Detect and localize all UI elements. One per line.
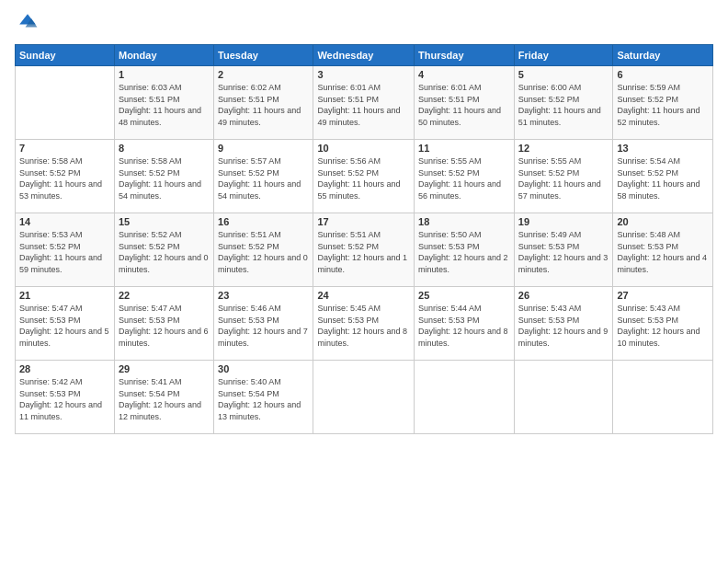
calendar-cell <box>613 361 713 434</box>
day-info: Sunrise: 5:54 AM Sunset: 5:52 PM Dayligh… <box>617 155 709 201</box>
calendar-cell: 30 Sunrise: 5:40 AM Sunset: 5:54 PM Dayl… <box>214 361 313 434</box>
day-info: Sunrise: 5:57 AM Sunset: 5:52 PM Dayligh… <box>218 155 309 201</box>
day-number: 8 <box>119 143 210 154</box>
calendar-cell: 6 Sunrise: 5:59 AM Sunset: 5:52 PM Dayli… <box>613 66 713 140</box>
calendar-cell: 13 Sunrise: 5:54 AM Sunset: 5:52 PM Dayl… <box>613 140 713 213</box>
day-number: 10 <box>317 143 410 154</box>
day-info: Sunrise: 6:00 AM Sunset: 5:52 PM Dayligh… <box>518 82 609 128</box>
calendar-cell: 14 Sunrise: 5:53 AM Sunset: 5:52 PM Dayl… <box>16 213 115 287</box>
calendar-cell: 10 Sunrise: 5:56 AM Sunset: 5:52 PM Dayl… <box>313 140 415 213</box>
day-number: 11 <box>418 143 510 154</box>
weekday-header-friday: Friday <box>514 45 613 66</box>
calendar-cell <box>313 361 415 434</box>
day-number: 28 <box>19 363 110 374</box>
calendar-cell: 16 Sunrise: 5:51 AM Sunset: 5:52 PM Dayl… <box>214 213 313 287</box>
weekday-header-sunday: Sunday <box>16 45 115 66</box>
day-number: 7 <box>19 143 110 154</box>
day-info: Sunrise: 5:58 AM Sunset: 5:52 PM Dayligh… <box>19 155 110 201</box>
calendar-cell: 24 Sunrise: 5:45 AM Sunset: 5:53 PM Dayl… <box>313 287 415 361</box>
calendar-cell: 4 Sunrise: 6:01 AM Sunset: 5:51 PM Dayli… <box>415 66 515 140</box>
day-number: 3 <box>317 69 410 80</box>
day-number: 15 <box>119 216 210 227</box>
weekday-header-saturday: Saturday <box>613 45 713 66</box>
day-info: Sunrise: 5:42 AM Sunset: 5:53 PM Dayligh… <box>19 376 110 422</box>
calendar-cell: 3 Sunrise: 6:01 AM Sunset: 5:51 PM Dayli… <box>313 66 415 140</box>
weekday-header-row: SundayMondayTuesdayWednesdayThursdayFrid… <box>16 45 713 66</box>
day-info: Sunrise: 5:47 AM Sunset: 5:53 PM Dayligh… <box>119 303 210 349</box>
day-number: 20 <box>617 216 709 227</box>
day-number: 17 <box>317 216 410 227</box>
calendar-cell: 26 Sunrise: 5:43 AM Sunset: 5:53 PM Dayl… <box>514 287 613 361</box>
calendar-cell: 8 Sunrise: 5:58 AM Sunset: 5:52 PM Dayli… <box>114 140 213 213</box>
day-info: Sunrise: 5:55 AM Sunset: 5:52 PM Dayligh… <box>418 155 510 201</box>
day-number: 25 <box>418 290 510 301</box>
calendar-cell: 23 Sunrise: 5:46 AM Sunset: 5:53 PM Dayl… <box>214 287 313 361</box>
calendar-week-row: 21 Sunrise: 5:47 AM Sunset: 5:53 PM Dayl… <box>16 287 713 361</box>
calendar-week-row: 28 Sunrise: 5:42 AM Sunset: 5:53 PM Dayl… <box>16 361 713 434</box>
calendar-cell: 27 Sunrise: 5:43 AM Sunset: 5:53 PM Dayl… <box>613 287 713 361</box>
calendar-cell: 28 Sunrise: 5:42 AM Sunset: 5:53 PM Dayl… <box>16 361 115 434</box>
day-number: 19 <box>518 216 609 227</box>
calendar-cell: 12 Sunrise: 5:55 AM Sunset: 5:52 PM Dayl… <box>514 140 613 213</box>
day-info: Sunrise: 5:51 AM Sunset: 5:52 PM Dayligh… <box>218 229 309 275</box>
calendar-cell <box>514 361 613 434</box>
logo-icon <box>17 11 39 33</box>
day-number: 12 <box>518 143 609 154</box>
calendar-cell: 9 Sunrise: 5:57 AM Sunset: 5:52 PM Dayli… <box>214 140 313 213</box>
day-number: 13 <box>617 143 709 154</box>
day-number: 9 <box>218 143 309 154</box>
calendar-cell: 20 Sunrise: 5:48 AM Sunset: 5:53 PM Dayl… <box>613 213 713 287</box>
day-info: Sunrise: 5:40 AM Sunset: 5:54 PM Dayligh… <box>218 376 309 422</box>
day-info: Sunrise: 5:41 AM Sunset: 5:54 PM Dayligh… <box>119 376 210 422</box>
page: SundayMondayTuesdayWednesdayThursdayFrid… <box>0 0 728 563</box>
day-info: Sunrise: 5:58 AM Sunset: 5:52 PM Dayligh… <box>119 155 210 201</box>
calendar-week-row: 7 Sunrise: 5:58 AM Sunset: 5:52 PM Dayli… <box>16 140 713 213</box>
day-info: Sunrise: 5:56 AM Sunset: 5:52 PM Dayligh… <box>317 155 410 201</box>
day-info: Sunrise: 5:59 AM Sunset: 5:52 PM Dayligh… <box>617 82 709 128</box>
calendar-cell: 1 Sunrise: 6:03 AM Sunset: 5:51 PM Dayli… <box>114 66 213 140</box>
calendar-week-row: 1 Sunrise: 6:03 AM Sunset: 5:51 PM Dayli… <box>16 66 713 140</box>
calendar-cell: 18 Sunrise: 5:50 AM Sunset: 5:53 PM Dayl… <box>415 213 515 287</box>
weekday-header-monday: Monday <box>114 45 213 66</box>
day-info: Sunrise: 6:01 AM Sunset: 5:51 PM Dayligh… <box>418 82 510 128</box>
calendar-cell: 5 Sunrise: 6:00 AM Sunset: 5:52 PM Dayli… <box>514 66 613 140</box>
day-info: Sunrise: 5:46 AM Sunset: 5:53 PM Dayligh… <box>218 303 309 349</box>
day-number: 27 <box>617 290 709 301</box>
calendar-cell: 25 Sunrise: 5:44 AM Sunset: 5:53 PM Dayl… <box>415 287 515 361</box>
day-number: 16 <box>218 216 309 227</box>
day-number: 14 <box>19 216 110 227</box>
day-info: Sunrise: 5:50 AM Sunset: 5:53 PM Dayligh… <box>418 229 510 275</box>
day-number: 21 <box>19 290 110 301</box>
logo <box>15 11 39 37</box>
calendar-table: SundayMondayTuesdayWednesdayThursdayFrid… <box>15 44 713 434</box>
weekday-header-wednesday: Wednesday <box>313 45 415 66</box>
day-info: Sunrise: 5:53 AM Sunset: 5:52 PM Dayligh… <box>19 229 110 275</box>
day-number: 4 <box>418 69 510 80</box>
day-number: 23 <box>218 290 309 301</box>
calendar-cell <box>16 66 115 140</box>
calendar-cell <box>415 361 515 434</box>
day-number: 24 <box>317 290 410 301</box>
day-info: Sunrise: 6:03 AM Sunset: 5:51 PM Dayligh… <box>119 82 210 128</box>
day-number: 6 <box>617 69 709 80</box>
day-info: Sunrise: 5:47 AM Sunset: 5:53 PM Dayligh… <box>19 303 110 349</box>
day-number: 29 <box>119 363 210 374</box>
day-info: Sunrise: 5:44 AM Sunset: 5:53 PM Dayligh… <box>418 303 510 349</box>
day-number: 30 <box>218 363 309 374</box>
day-number: 22 <box>119 290 210 301</box>
day-info: Sunrise: 5:49 AM Sunset: 5:53 PM Dayligh… <box>518 229 609 275</box>
calendar-cell: 17 Sunrise: 5:51 AM Sunset: 5:52 PM Dayl… <box>313 213 415 287</box>
calendar-cell: 7 Sunrise: 5:58 AM Sunset: 5:52 PM Dayli… <box>16 140 115 213</box>
day-info: Sunrise: 6:02 AM Sunset: 5:51 PM Dayligh… <box>218 82 309 128</box>
calendar-cell: 29 Sunrise: 5:41 AM Sunset: 5:54 PM Dayl… <box>114 361 213 434</box>
calendar-cell: 22 Sunrise: 5:47 AM Sunset: 5:53 PM Dayl… <box>114 287 213 361</box>
day-info: Sunrise: 5:51 AM Sunset: 5:52 PM Dayligh… <box>317 229 410 275</box>
weekday-header-thursday: Thursday <box>415 45 515 66</box>
day-number: 18 <box>418 216 510 227</box>
calendar-cell: 2 Sunrise: 6:02 AM Sunset: 5:51 PM Dayli… <box>214 66 313 140</box>
day-info: Sunrise: 5:55 AM Sunset: 5:52 PM Dayligh… <box>518 155 609 201</box>
calendar-cell: 15 Sunrise: 5:52 AM Sunset: 5:52 PM Dayl… <box>114 213 213 287</box>
day-info: Sunrise: 5:45 AM Sunset: 5:53 PM Dayligh… <box>317 303 410 349</box>
day-info: Sunrise: 5:43 AM Sunset: 5:53 PM Dayligh… <box>617 303 709 349</box>
header <box>15 11 713 37</box>
